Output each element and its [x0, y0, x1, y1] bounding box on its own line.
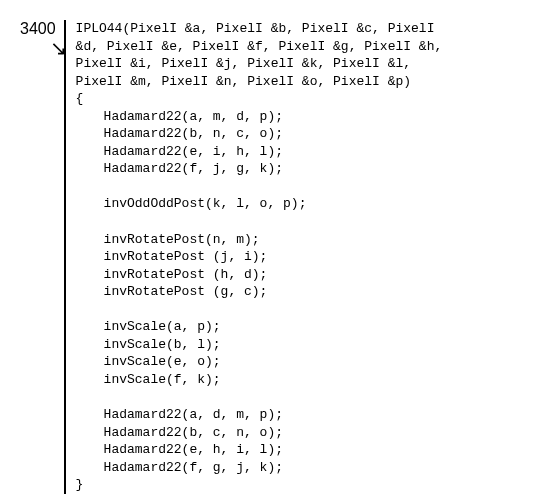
blank-line: [76, 388, 443, 406]
blank-line: [76, 213, 443, 231]
code-signature-3: PixelI &i, PixelI &j, PixelI &k, PixelI …: [76, 55, 443, 73]
figure-label: 3400 ↘: [20, 20, 56, 38]
code-line: Hadamard22(b, n, c, o);: [76, 125, 443, 143]
code-line: Hadamard22(b, c, n, o);: [76, 424, 443, 442]
brace-open: {: [76, 90, 443, 108]
code-line: invOddOddPost(k, l, o, p);: [76, 195, 443, 213]
code-signature-2: &d, PixelI &e, PixelI &f, PixelI &g, Pix…: [76, 38, 443, 56]
code-signature-4: PixelI &m, PixelI &n, PixelI &o, PixelI …: [76, 73, 443, 91]
code-line: invScale(f, k);: [76, 371, 443, 389]
code-line: invRotatePost (j, i);: [76, 248, 443, 266]
code-line: Hadamard22(f, g, j, k);: [76, 459, 443, 477]
code-line: Hadamard22(e, h, i, l);: [76, 441, 443, 459]
arrow-icon: ↘: [50, 38, 67, 58]
code-line: Hadamard22(a, d, m, p);: [76, 406, 443, 424]
code-line: Hadamard22(a, m, d, p);: [76, 108, 443, 126]
blank-line: [76, 178, 443, 196]
code-block: IPLO44(PixelI &a, PixelI &b, PixelI &c, …: [64, 20, 443, 494]
code-signature-1: IPLO44(PixelI &a, PixelI &b, PixelI &c, …: [76, 20, 443, 38]
code-line: Hadamard22(e, i, h, l);: [76, 143, 443, 161]
code-line: invRotatePost (g, c);: [76, 283, 443, 301]
figure-number: 3400: [20, 20, 56, 38]
code-line: invRotatePost(n, m);: [76, 231, 443, 249]
figure-container: 3400 ↘ IPLO44(PixelI &a, PixelI &b, Pixe…: [20, 20, 538, 494]
code-line: invScale(a, p);: [76, 318, 443, 336]
code-line: invScale(b, l);: [76, 336, 443, 354]
code-line: invScale(e, o);: [76, 353, 443, 371]
code-line: invRotatePost (h, d);: [76, 266, 443, 284]
code-line: Hadamard22(f, j, g, k);: [76, 160, 443, 178]
blank-line: [76, 301, 443, 319]
brace-close: }: [76, 476, 443, 494]
